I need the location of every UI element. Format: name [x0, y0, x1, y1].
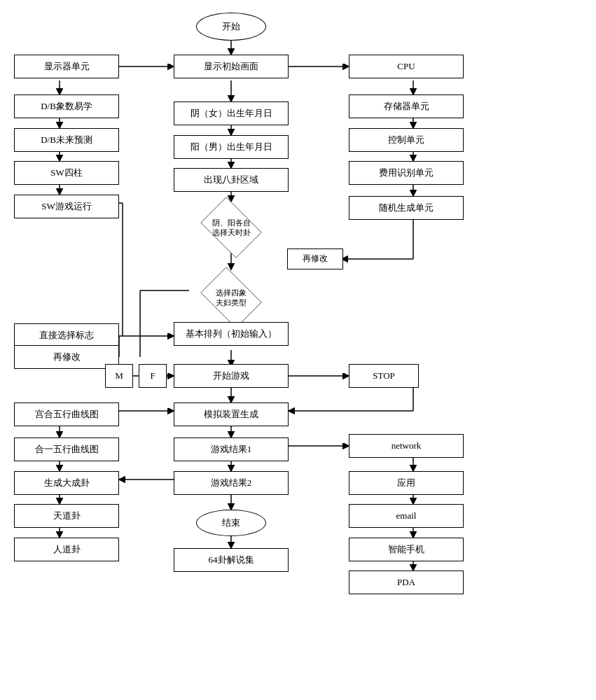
- pda-node: PDA: [349, 570, 464, 594]
- yingyong-node: 应用: [349, 471, 464, 495]
- control-unit: 控制单元: [349, 128, 464, 152]
- he-curve: 合一五行曲线图: [14, 438, 119, 461]
- gen-dagua: 生成大成卦: [14, 471, 119, 495]
- start-game: 开始游戏: [174, 364, 289, 388]
- game-result1: 游戏结果1: [174, 438, 289, 461]
- game-result2: 游戏结果2: [174, 471, 289, 495]
- fee-unit: 费用识别单元: [349, 161, 464, 185]
- db-yijing: D/B象数易学: [14, 94, 119, 118]
- re-modify1: 再修改: [287, 248, 343, 270]
- rendao-gua: 人道卦: [14, 538, 119, 561]
- m-node: M: [105, 364, 133, 388]
- select-type: 选择四象 夫妇类型: [193, 270, 270, 326]
- email-node: email: [349, 504, 464, 528]
- basic-arrange: 基本排列（初始输入）: [174, 322, 289, 346]
- display-unit: 显示器单元: [14, 55, 119, 78]
- gua-64: 64卦解说集: [174, 548, 289, 572]
- end-node: 结束: [196, 510, 266, 536]
- yang-birth: 阳（男）出生年月日: [174, 135, 289, 159]
- sw-sizhu: SW四柱: [14, 161, 119, 185]
- smartphone-node: 智能手机: [349, 538, 464, 561]
- network-node: network: [349, 434, 464, 458]
- f-node: F: [139, 364, 167, 388]
- display-initial: 显示初始画面: [174, 55, 289, 78]
- cpu-node: CPU: [349, 55, 464, 78]
- db-future: D/B未来预测: [14, 128, 119, 152]
- sw-game: SW游戏运行: [14, 195, 119, 218]
- simulate-gen: 模拟装置生成: [174, 402, 289, 426]
- flowchart: 开始 显示器单元 D/B象数易学 D/B未来预测 SW四柱 SW游戏运行 直接选…: [0, 0, 596, 700]
- tiandao-gua: 天道卦: [14, 504, 119, 528]
- storage-unit: 存储器单元: [349, 94, 464, 118]
- random-unit: 随机生成单元: [349, 196, 464, 220]
- re-modify2: 再修改: [14, 345, 119, 369]
- gong-curve: 宫合五行曲线图: [14, 402, 119, 426]
- bagua-area: 出现八卦区域: [174, 168, 289, 192]
- direct-select: 直接选择标志: [14, 323, 119, 347]
- start-node: 开始: [196, 13, 266, 41]
- select-tianshu: 阴、阳各自 选择天时卦: [193, 200, 270, 255]
- yin-birth: 阴（女）出生年月日: [174, 102, 289, 125]
- stop-node: STOP: [349, 364, 419, 388]
